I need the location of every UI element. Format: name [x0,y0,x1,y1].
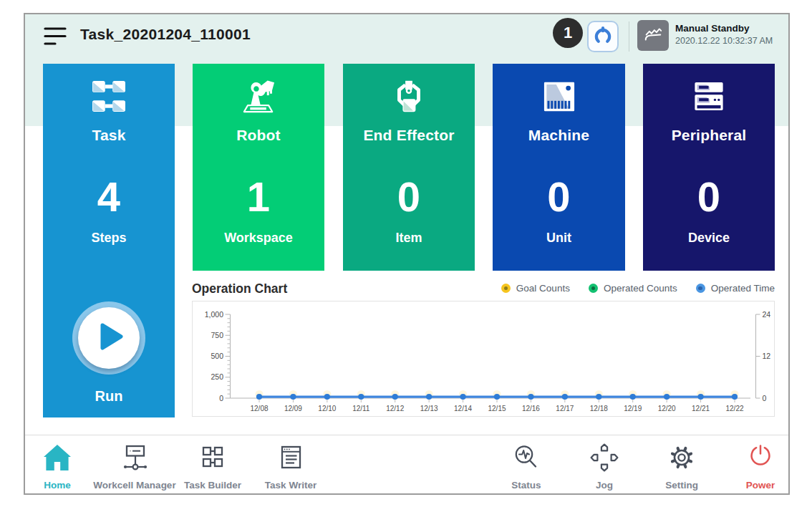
svg-text:750: 750 [211,331,223,339]
legend-item-goal-counts: Goal Counts [501,283,570,294]
card-unit: Item [343,231,475,246]
legend-dot-icon [501,284,511,293]
svg-text:1,000: 1,000 [205,310,223,319]
svg-text:12/12: 12/12 [386,405,404,412]
card-peripheral[interactable]: Peripheral 0 Device [643,64,775,271]
card-label: Peripheral [643,127,775,144]
nav-label: Task Writer [237,479,344,492]
svg-text:24: 24 [763,310,771,319]
card-label: Task [43,127,175,144]
card-label: End Effector [343,127,475,144]
task-writer-icon [237,441,344,474]
svg-text:12/08: 12/08 [250,405,268,412]
server-stack-icon [643,79,775,112]
svg-text:250: 250 [211,372,223,381]
svg-text:500: 500 [211,352,223,360]
svg-text:12/10: 12/10 [318,405,336,412]
legend-item-operated-counts: Operated Counts [589,283,677,294]
svg-text:12/20: 12/20 [658,405,676,412]
legend-label: Goal Counts [516,283,570,294]
manual-mode-button[interactable] [637,20,669,51]
nav-divider [25,435,788,435]
gripper-button[interactable] [587,21,619,52]
card-robot[interactable]: Robot 1 Workspace [193,64,324,271]
svg-text:12/15: 12/15 [488,405,506,412]
card-end-effector[interactable]: End Effector 0 Item [343,64,475,271]
menu-button[interactable] [44,23,67,50]
svg-text:12/22: 12/22 [725,405,743,412]
card-unit: Unit [493,231,625,246]
svg-text:12/13: 12/13 [420,405,438,412]
machine-icon [493,79,625,112]
card-machine[interactable]: Machine 0 Unit [493,64,625,271]
header-divider [629,21,629,52]
card-value: 0 [493,176,625,218]
robot-status: Manual Standby 2020.12.22 10:32:37 AM [675,22,773,47]
svg-text:12/17: 12/17 [556,405,574,412]
hand-icon [642,24,664,47]
card-unit: Device [643,231,775,246]
legend-dot-icon [696,284,705,293]
legend-dot-icon [589,284,598,293]
chart-title: Operation Chart [192,281,287,296]
play-icon [97,322,125,354]
app-window: Task_20201204_110001 1 Manual Standby 20… [24,13,790,495]
power-icon [707,441,812,474]
task-title: Task_20201204_110001 [80,26,251,43]
nav-item-power[interactable]: Power [707,441,812,492]
svg-text:12: 12 [763,352,771,360]
robot-arm-icon [193,79,324,112]
svg-text:12/19: 12/19 [624,405,642,412]
notification-badge[interactable]: 1 [553,18,583,48]
svg-text:12/14: 12/14 [454,405,472,412]
svg-text:0: 0 [763,394,767,402]
svg-text:12/21: 12/21 [692,405,710,412]
card-label: Machine [493,127,625,144]
app-content: Task_20201204_110001 1 Manual Standby 20… [25,14,788,493]
hamburger-icon [44,23,67,50]
gripper-box-icon [343,79,475,112]
run-button-circle [78,307,140,369]
svg-text:12/16: 12/16 [522,405,540,412]
nav-item-task-writer[interactable]: Task Writer [237,441,344,492]
chart-legend: Goal Counts Operated Counts Operated Tim… [483,283,775,294]
svg-text:12/11: 12/11 [352,405,370,412]
run-label: Run [43,388,175,405]
card-value: 1 [193,176,324,218]
run-button[interactable] [72,301,145,375]
card-task[interactable]: Task 4 Steps Run [43,64,175,417]
card-unit: Workspace [193,231,324,246]
card-value: 4 [43,176,175,218]
legend-label: Operated Counts [604,283,677,294]
gripper-icon [592,25,614,49]
card-unit: Steps [43,231,175,246]
svg-text:12/09: 12/09 [284,405,302,412]
card-label: Robot [193,127,324,144]
legend-label: Operated Time [711,283,775,294]
datetime-label: 2020.12.22 10:32:37 AM [675,35,773,47]
legend-item-operated-time: Operated Time [696,283,775,294]
svg-text:12/18: 12/18 [590,405,608,412]
svg-text:0: 0 [219,394,223,402]
robot-mode-label: Manual Standby [675,22,773,35]
card-value: 0 [343,176,475,218]
operation-chart: 02505007501,0000122412/0812/0912/1012/11… [192,301,775,417]
card-value: 0 [643,176,775,218]
nav-label: Power [707,479,812,492]
task-blocks-icon [43,79,175,112]
